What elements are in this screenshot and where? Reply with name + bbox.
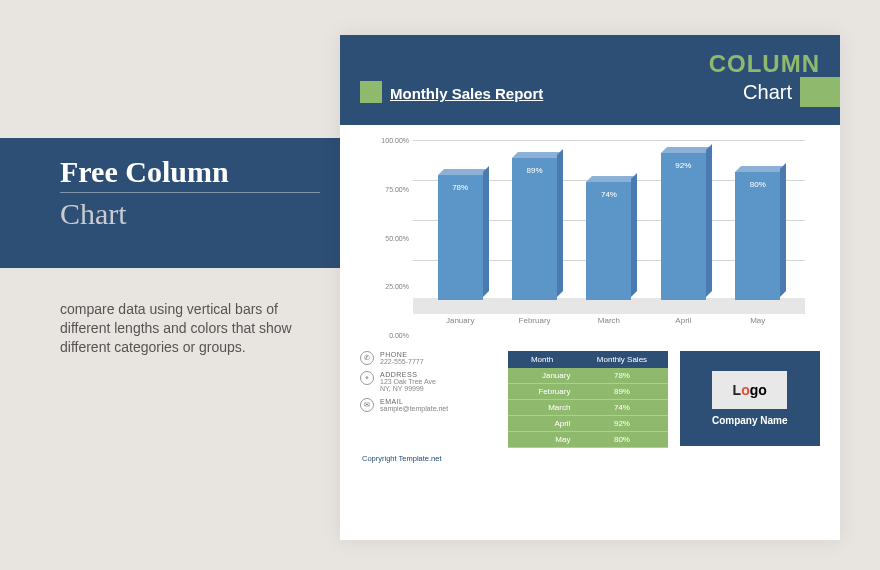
table-header-month: Month [508, 351, 577, 368]
card-bottom-row: ✆ PHONE 222-555-7777 ⌖ ADDRESS 123 Oak T… [340, 343, 840, 448]
column-chart: 100.00% 75.00% 50.00% 25.00% 0.00% 78%89… [365, 140, 815, 335]
contact-block: ✆ PHONE 222-555-7777 ⌖ ADDRESS 123 Oak T… [360, 351, 496, 448]
y-tick: 0.00% [365, 332, 409, 339]
x-tick: March [584, 316, 634, 325]
template-card: Monthly Sales Report COLUMN Chart 100.00… [340, 35, 840, 540]
data-table: Month Monthly Sales January78%February89… [508, 351, 668, 448]
table-cell-month: May [508, 432, 577, 448]
table-cell-value: 92% [576, 416, 667, 432]
x-tick: April [658, 316, 708, 325]
bar-value-label: 92% [661, 161, 706, 170]
phone-icon: ✆ [360, 351, 374, 365]
phone-heading: PHONE [380, 351, 424, 358]
address-line2: NY, NY 99999 [380, 385, 436, 392]
header-word-column: COLUMN [709, 50, 820, 78]
table-cell-value: 78% [576, 368, 667, 384]
address-line1: 123 Oak Tree Ave [380, 378, 436, 385]
x-axis: JanuaryFebruaryMarchAprilMay [413, 316, 805, 325]
table-cell-month: April [508, 416, 577, 432]
chart-container: 100.00% 75.00% 50.00% 25.00% 0.00% 78%89… [340, 125, 840, 343]
accent-square-icon [360, 81, 382, 103]
bar: 80% [733, 166, 783, 300]
bar-value-label: 89% [512, 166, 557, 175]
left-title-block: Free Column Chart [60, 155, 320, 231]
table-cell-month: February [508, 384, 577, 400]
table-cell-value: 74% [576, 400, 667, 416]
bars-group: 78%89%74%92%80% [413, 140, 805, 300]
logo-icon: Logo [712, 371, 787, 409]
table-row: May80% [508, 432, 668, 448]
y-tick: 100.00% [365, 137, 409, 144]
bar: 89% [510, 152, 560, 300]
table-header-sales: Monthly Sales [576, 351, 667, 368]
header-word-chart: Chart [743, 81, 792, 104]
table-row: April92% [508, 416, 668, 432]
email-value: sample@template.net [380, 405, 448, 412]
bar: 78% [435, 169, 485, 300]
card-header: Monthly Sales Report COLUMN Chart [340, 35, 840, 125]
logo-block: Logo Company Name [680, 351, 820, 446]
report-title: Monthly Sales Report [390, 85, 543, 102]
bar: 92% [658, 147, 708, 300]
page-description: compare data using vertical bars of diff… [60, 300, 315, 357]
copyright-text: Copryright Template.net [340, 448, 840, 463]
table-row: March74% [508, 400, 668, 416]
bar: 74% [584, 176, 634, 300]
table-cell-month: March [508, 400, 577, 416]
address-heading: ADDRESS [380, 371, 436, 378]
chart-floor [413, 298, 805, 314]
page-title-line2: Chart [60, 197, 320, 231]
table-row: February89% [508, 384, 668, 400]
location-icon: ⌖ [360, 371, 374, 385]
table-row: January78% [508, 368, 668, 384]
bar-value-label: 74% [586, 190, 631, 199]
phone-value: 222-555-7777 [380, 358, 424, 365]
table-cell-value: 80% [576, 432, 667, 448]
x-tick: February [510, 316, 560, 325]
x-tick: January [435, 316, 485, 325]
table-cell-month: January [508, 368, 577, 384]
y-tick: 75.00% [365, 185, 409, 192]
table-cell-value: 89% [576, 384, 667, 400]
accent-bar-icon [800, 77, 840, 107]
email-icon: ✉ [360, 398, 374, 412]
y-tick: 50.00% [365, 234, 409, 241]
bar-value-label: 80% [735, 180, 780, 189]
x-tick: May [733, 316, 783, 325]
page-title-line1: Free Column [60, 155, 320, 193]
company-name: Company Name [712, 415, 788, 426]
email-heading: EMAIL [380, 398, 448, 405]
bar-value-label: 78% [438, 183, 483, 192]
y-tick: 25.00% [365, 283, 409, 290]
